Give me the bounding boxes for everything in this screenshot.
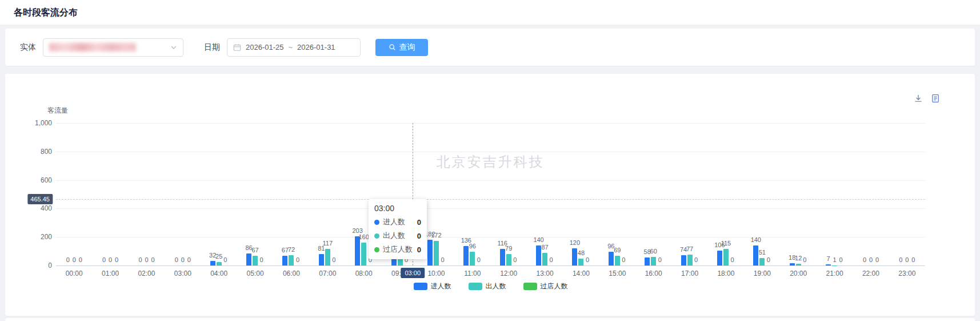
- chart-tooltip: 03:00 进人数 0 出人数 0 过店人数 0: [369, 199, 427, 259]
- tooltip-row: 进人数 0: [374, 217, 421, 227]
- bar-出人数-20:00[interactable]: [796, 264, 801, 265]
- x-axis-tick: 18:00: [709, 270, 743, 278]
- bar-value-label: 0: [253, 256, 270, 263]
- x-axis-tick: 15:00: [600, 270, 634, 278]
- bar-value-label: 0: [723, 256, 741, 263]
- bar-value-label: 140: [747, 236, 765, 243]
- gridline: [56, 123, 925, 124]
- crosshair-horizontal-line: [56, 199, 925, 200]
- page-title: 各时段客流分布: [14, 7, 78, 19]
- bar-value-label: 0: [506, 256, 523, 263]
- series-exit-dot-icon: [374, 233, 379, 239]
- bar-value-label: 172: [427, 232, 445, 239]
- x-axis-tick: 20:00: [781, 270, 815, 278]
- legend-marker-enter-icon: [414, 283, 427, 290]
- x-axis-tick: 17:00: [673, 270, 707, 278]
- bar-进人数-08:00[interactable]: [355, 236, 360, 265]
- legend-marker-exit-icon: [469, 283, 482, 290]
- bar-进人数-17:00[interactable]: [681, 255, 686, 265]
- legend-item-exit[interactable]: 出人数: [469, 282, 506, 291]
- y-axis-title: 客流量: [47, 106, 68, 116]
- legend-marker-passby-icon: [523, 283, 537, 290]
- bar-进人数-16:00[interactable]: [645, 257, 650, 265]
- x-axis-tick: 22:00: [854, 270, 888, 278]
- bar-value-label: 0: [687, 256, 705, 263]
- x-axis-tick: 07:00: [310, 270, 345, 278]
- series-passby-dot-icon: [374, 247, 379, 252]
- tooltip-row: 出人数 0: [374, 231, 421, 241]
- search-button-label: 查询: [399, 42, 415, 53]
- bar-value-label: 69: [609, 247, 626, 253]
- legend-label: 出人数: [486, 282, 506, 291]
- bar-进人数-05:00[interactable]: [246, 253, 251, 265]
- y-axis-tick: 0: [5, 261, 52, 270]
- bar-进人数-20:00[interactable]: [790, 263, 795, 265]
- bar-value-label: 0: [905, 256, 922, 263]
- tooltip-series-value: 0: [417, 245, 421, 254]
- data-view-icon[interactable]: [930, 93, 941, 104]
- x-axis-tick: 06:00: [274, 270, 309, 278]
- bar-value-label: 48: [573, 249, 590, 256]
- filter-bar: 实体 日期 2026-01-25 ~ 2026-01-31 查询: [5, 29, 975, 66]
- entity-select[interactable]: [43, 38, 183, 57]
- tooltip-series-name: 进人数: [383, 217, 405, 227]
- traffic-chart-card: 客流量 北京安吉升科技 1,000800600400200000:0000001…: [5, 74, 975, 316]
- date-range-input[interactable]: 2026-01-25 ~ 2026-01-31: [227, 38, 361, 57]
- bar-value-label: 0: [217, 256, 234, 263]
- bar-value-label: 0: [325, 256, 342, 263]
- tooltip-series-name: 出人数: [383, 231, 405, 241]
- bar-value-label: 0: [796, 256, 813, 263]
- date-filter-group: 日期 2026-01-25 ~ 2026-01-31: [204, 38, 361, 57]
- y-axis-tick: 1,000: [5, 119, 52, 127]
- y-axis-tick: 600: [5, 176, 52, 184]
- bar-value-label: 0: [543, 256, 560, 263]
- chart-toolbar: [913, 93, 941, 104]
- x-axis-tick: 14:00: [564, 270, 598, 278]
- bar-value-label: 0: [470, 256, 487, 263]
- bar-进人数-04:00[interactable]: [210, 261, 215, 265]
- page-header-band: 各时段客流分布: [0, 0, 980, 25]
- bar-进人数-18:00[interactable]: [717, 251, 722, 265]
- bar-value-label: 77: [681, 245, 698, 252]
- bar-value-label: 115: [717, 240, 734, 247]
- bar-value-label: 0: [434, 256, 451, 263]
- gridline: [56, 208, 925, 209]
- bar-value-label: 0: [651, 256, 669, 263]
- y-axis-tick: 200: [5, 233, 52, 241]
- chart-legend: 进人数 出人数 过店人数: [56, 282, 925, 291]
- calendar-icon: [233, 43, 241, 51]
- x-axis-tick: 01:00: [93, 270, 127, 278]
- bar-进人数-07:00[interactable]: [319, 254, 324, 265]
- bar-进人数-10:00[interactable]: [427, 240, 433, 265]
- date-start-value[interactable]: 2026-01-25: [246, 43, 284, 51]
- x-axis-tick: 12:00: [491, 270, 526, 278]
- bar-value-label: 140: [530, 236, 547, 243]
- bar-value-label: 120: [566, 239, 583, 246]
- bar-value-label: 79: [500, 245, 517, 252]
- entity-value-redacted: [49, 43, 136, 51]
- y-axis-tick: 400: [5, 204, 52, 212]
- bar-value-label: 60: [645, 248, 662, 255]
- bar-value-label: 0: [615, 256, 632, 263]
- gridline: [56, 237, 925, 237]
- bar-进人数-15:00[interactable]: [609, 252, 614, 265]
- tooltip-series-value: 0: [417, 218, 421, 227]
- x-axis-tick: 21:00: [818, 270, 852, 278]
- series-enter-dot-icon: [374, 220, 379, 225]
- bar-value-label: 0: [833, 256, 850, 263]
- legend-item-enter[interactable]: 进人数: [414, 282, 451, 291]
- date-end-value[interactable]: 2026-01-31: [297, 43, 335, 51]
- bar-value-label: 0: [760, 256, 777, 263]
- tooltip-series-name: 过店人数: [383, 244, 413, 255]
- bar-value-label: 0: [144, 256, 161, 263]
- bar-value-label: 0: [72, 256, 89, 263]
- date-range-separator: ~: [289, 43, 293, 51]
- search-button[interactable]: 查询: [375, 39, 428, 56]
- bar-进人数-06:00[interactable]: [282, 256, 287, 265]
- legend-label: 过店人数: [541, 282, 568, 291]
- legend-item-passby[interactable]: 过店人数: [523, 282, 568, 291]
- download-icon[interactable]: [913, 93, 923, 104]
- tooltip-series-value: 0: [417, 232, 421, 240]
- bar-进人数-21:00[interactable]: [826, 264, 831, 265]
- gridline: [56, 180, 925, 181]
